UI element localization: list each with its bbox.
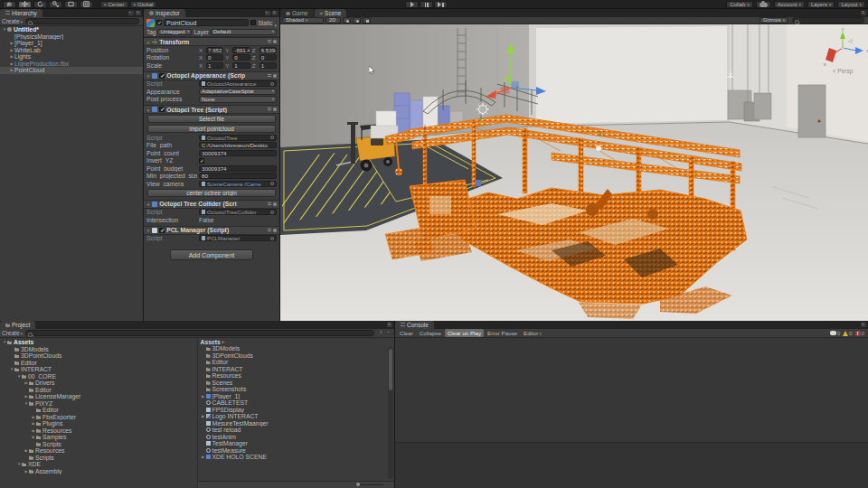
project-tree-item[interactable]: ▶ LicenseManager [0,393,197,400]
layers-menu[interactable]: Layers [807,1,835,8]
project-tree-item[interactable]: ▼ PiXYZ [0,400,197,408]
gear-icon[interactable] [273,74,277,78]
asset-item[interactable]: testMeasure [201,447,395,455]
project-tree-item[interactable]: ▶ Assembly [0,468,197,475]
asset-item[interactable]: Scenes [201,380,395,387]
script-object-field[interactable]: OctopclTreeCollider [199,209,277,215]
presets-icon[interactable] [268,40,271,43]
scene-search-input[interactable] [792,17,864,23]
console-log-area[interactable] [395,338,868,443]
point-budget-field[interactable]: 30009374 [199,165,277,172]
cloud-button[interactable] [756,1,771,8]
scene-lighting-toggle[interactable] [343,17,351,23]
hierarchy-item[interactable]: ▶ PointCloud [0,67,143,74]
pivot-global-button[interactable]: Global [130,1,157,8]
shading-mode-dropdown[interactable]: Shaded [282,17,324,23]
fold-arrow-icon[interactable]: ▼ [2,340,7,344]
fold-arrow-icon[interactable]: ▶ [24,380,29,385]
asset-item[interactable]: Resources [201,372,395,380]
search-options-icon[interactable] [379,331,384,335]
component-header-transform[interactable]: Transform [144,37,279,46]
project-tree-item[interactable]: ▶ Plugins [0,420,197,427]
rotation-x-field[interactable]: 0 [206,54,223,61]
asset-item[interactable]: Editor [201,359,395,366]
fold-arrow-icon[interactable]: ▼ [9,367,14,371]
perspective-label[interactable]: < Persp [833,68,854,75]
import-pointcloud-button[interactable]: import pointcloud [147,125,276,133]
gizmos-dropdown[interactable]: Gizmos [760,17,788,23]
project-tree-item[interactable]: Scripts [0,455,197,462]
hierarchy-item[interactable]: [PhysicsManager] [0,33,143,41]
position-y-field[interactable]: -691.44 [232,47,250,53]
gear-icon[interactable] [273,108,277,111]
center-octree-origin-button[interactable]: center octree origin [147,189,276,197]
presets-icon[interactable] [268,74,271,78]
rotation-z-field[interactable]: 0 [259,54,277,61]
thumbnail-zoom-slider[interactable] [354,484,383,485]
panel-menu-icon[interactable] [272,11,278,15]
error-pause-toggle[interactable]: Error Pause [485,329,520,337]
hand-tool-button[interactable] [3,1,16,8]
script-object-field[interactable]: PCLManager [199,235,277,241]
breadcrumb[interactable]: Assets [198,338,395,345]
project-tree-item[interactable]: 3DModels [0,346,197,353]
fold-arrow-icon[interactable]: ▶ [31,435,36,439]
fold-arrow-icon[interactable]: ▶ [201,394,206,399]
appearance-dropdown[interactable]: AdaptativeCaseSplat [199,89,277,96]
panel-menu-icon[interactable] [861,323,866,327]
collab-menu[interactable]: Collab [726,1,753,8]
fold-arrow-icon[interactable]: ▼ [16,374,22,379]
play-button[interactable] [405,1,419,8]
console-detail-area[interactable] [395,443,868,488]
fold-arrow-icon[interactable]: ▼ [24,401,29,406]
project-tree-item[interactable]: ▶ Resources [0,427,197,435]
scene-effects-dropdown[interactable] [363,17,371,23]
tab-hierarchy[interactable]: Hierarchy [0,9,42,17]
rotation-y-field[interactable]: 0 [232,54,250,61]
fold-arrow-icon[interactable] [146,39,150,45]
asset-item[interactable]: TestManager [201,440,395,447]
presets-icon[interactable] [268,108,271,111]
hierarchy-item[interactable]: ▶ LigneProduction.fbx [0,61,143,68]
asset-item[interactable]: ▶ [Player_1] [201,393,395,400]
scale-tool-button[interactable] [49,1,62,8]
hierarchy-item[interactable]: ▼ Untitled* [0,26,143,33]
scale-y-field[interactable]: 1 [232,62,250,69]
component-enabled-checkbox[interactable] [159,73,165,79]
fold-arrow-icon[interactable]: ▶ [31,415,36,419]
hierarchy-create-button[interactable]: Create [2,18,23,24]
project-scrollbar[interactable] [388,347,393,479]
lock-icon[interactable] [128,11,134,15]
asset-item[interactable]: FPSDisplay [201,407,395,414]
account-menu[interactable]: Account [774,1,805,8]
hierarchy-item[interactable]: ▶ [Player_1] [0,40,143,47]
panel-menu-icon[interactable] [136,11,141,15]
view-camera-object-field[interactable]: SceneCamera (Came [199,181,277,187]
light-gizmo[interactable] [476,103,489,116]
error-count[interactable]: !0 [855,330,864,336]
fold-arrow-icon[interactable]: ▶ [24,394,29,399]
component-header-appearance[interactable]: Octopcl Appearance (Scrip [144,71,279,80]
component-header-pcl-manager[interactable]: PCL Manager (Script) [144,226,279,235]
tab-scene[interactable]: Scene [315,9,347,17]
position-z-field[interactable]: 6.53943 [259,47,277,53]
move-tool-button[interactable] [18,1,32,8]
point-count-field[interactable]: 30009374 [199,150,277,156]
component-header-octopcl-tree[interactable]: Octopcl Tree (Script) [144,105,279,114]
collapse-toggle[interactable]: Collapse [417,329,444,337]
component-enabled-checkbox[interactable] [159,228,165,233]
project-create-button[interactable]: Create [2,330,23,336]
panel-menu-icon[interactable] [387,323,392,327]
warning-count[interactable]: 0 [843,330,852,336]
layer-dropdown[interactable]: Default [211,29,277,36]
project-tree-item[interactable]: ▼ INTERACT [0,366,197,373]
gear-icon[interactable] [273,202,277,206]
fold-arrow-icon[interactable]: ▶ [24,469,29,474]
script-object-field[interactable]: OctopclTree [199,135,277,141]
scale-x-field[interactable]: 1 [206,62,223,69]
scale-z-field[interactable]: 1 [259,62,277,69]
select-file-button[interactable]: Select file [147,115,276,123]
project-tree-item[interactable]: 3DPointClouds [0,352,197,360]
asset-item[interactable]: test reload [201,427,395,434]
asset-item[interactable]: MesureTestMaanger [201,420,395,427]
